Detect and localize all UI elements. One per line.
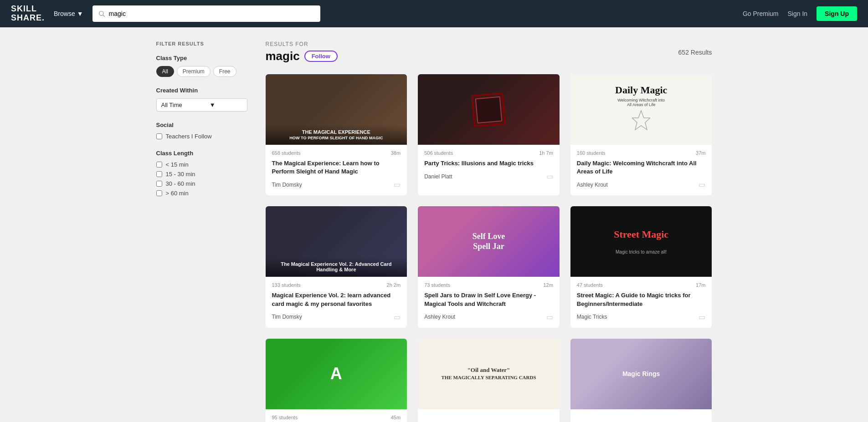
svg-point-0	[99, 11, 103, 15]
course-card-5[interactable]: Self LoveSpell Jar 73 students 12m Spell…	[418, 206, 560, 327]
search-icon	[98, 10, 105, 17]
results-area: RESULTS FOR magic Follow 652 Results THE…	[266, 41, 712, 422]
chevron-down-icon: ▼	[210, 102, 216, 108]
results-header: RESULTS FOR magic Follow 652 Results	[266, 41, 712, 63]
duration-6: 17m	[696, 282, 705, 288]
course-thumb-8: "Oil and Water"THE MAGICALLY SEPARATING …	[418, 339, 560, 409]
thumb-center-8: "Oil and Water"THE MAGICALLY SEPARATING …	[418, 339, 560, 409]
course-meta-3: 160 students 37m	[577, 150, 706, 156]
course-card-8[interactable]: "Oil and Water"THE MAGICALLY SEPARATING …	[418, 339, 560, 422]
class-length-15-30[interactable]: 15 - 30 min	[156, 171, 247, 178]
students-6: 47 students	[577, 282, 603, 288]
course-author-5: Ashley Krout	[424, 314, 455, 320]
filter-results-title: FILTER RESULTS	[156, 41, 247, 46]
course-card-7[interactable]: A 95 students 45m Card Magic Basics John…	[266, 339, 407, 422]
class-length-section: Class Length < 15 min 15 - 30 min 30 - 6…	[156, 150, 247, 197]
course-meta-4: 133 students 2h 2m	[272, 282, 401, 288]
course-title-1: The Magical Experience: Learn how to Per…	[272, 159, 401, 176]
thumb-center-6: Street Magic Magic tricks to amaze all!	[570, 206, 712, 277]
sign-in-button[interactable]: Sign In	[788, 10, 808, 17]
course-card-3[interactable]: Daily Magic Welcoming Witchcraft intoAll…	[570, 74, 712, 195]
class-length-30-60[interactable]: 30 - 60 min	[156, 180, 247, 187]
course-meta-1: 658 students 38m	[272, 150, 401, 156]
course-author-6: Magic Tricks	[577, 314, 607, 320]
social-section: Social Teachers I Follow	[156, 122, 247, 140]
course-thumb-3: Daily Magic Welcoming Witchcraft intoAll…	[570, 74, 712, 145]
created-within-section: Created Within All Time ▼	[156, 87, 247, 112]
results-for-label: RESULTS FOR	[266, 41, 338, 47]
course-author-2: Daniel Platt	[424, 173, 452, 180]
logo[interactable]: SKILL SHARE.	[11, 5, 45, 23]
class-type-free-button[interactable]: Free	[213, 66, 236, 77]
course-author-4: Tim Domsky	[272, 314, 302, 320]
course-info-4: 133 students 2h 2m Magical Experience Vo…	[266, 277, 407, 327]
students-7: 95 students	[272, 415, 298, 420]
svg-marker-2	[632, 111, 650, 130]
search-input[interactable]: magic	[109, 10, 315, 17]
bookmark-icon-2[interactable]: ▭	[546, 172, 553, 181]
teachers-follow-checkbox[interactable]	[156, 133, 162, 139]
sidebar: FILTER RESULTS Class Type All Premium Fr…	[156, 41, 247, 422]
navbar: SKILL SHARE. Browse ▼ magic Go Premium S…	[0, 0, 868, 27]
thumb-center-9: Magic Rings	[570, 339, 712, 409]
street-magic-sub: Magic tricks to amaze all!	[616, 249, 667, 254]
sign-up-button[interactable]: Sign Up	[817, 6, 857, 21]
thumb-center-3: Daily Magic Welcoming Witchcraft intoAll…	[570, 74, 712, 145]
15-30-checkbox[interactable]	[156, 171, 162, 177]
browse-button[interactable]: Browse ▼	[54, 10, 83, 17]
thumb-center-7: A	[266, 339, 407, 409]
results-count: 652 Results	[678, 49, 712, 56]
duration-7: 45m	[391, 415, 401, 420]
created-within-select[interactable]: All Time ▼	[156, 98, 247, 112]
30-60-checkbox[interactable]	[156, 181, 162, 187]
course-card-9[interactable]: Magic Rings	[570, 339, 712, 422]
course-card-6[interactable]: Street Magic Magic tricks to amaze all! …	[570, 206, 712, 327]
course-meta-6: 47 students 17m	[577, 282, 706, 288]
duration-2: 1h 7m	[539, 150, 553, 156]
go-premium-button[interactable]: Go Premium	[743, 10, 779, 17]
course-thumb-2	[418, 74, 560, 145]
thumb-center-5: Self LoveSpell Jar	[418, 206, 560, 277]
class-type-title: Class Type	[156, 55, 247, 61]
class-length-lt15[interactable]: < 15 min	[156, 161, 247, 168]
course-info-5: 73 students 12m Spell Jars to Draw in Se…	[418, 277, 560, 327]
thumb-overlay-1: THE MAGICAL EXPERIENCEHOW TO PERFORM SLE…	[266, 125, 407, 145]
teachers-follow-label[interactable]: Teachers I Follow	[156, 133, 247, 140]
course-footer-4: Tim Domsky ▭	[272, 313, 401, 321]
results-query-block: RESULTS FOR magic Follow	[266, 41, 338, 63]
duration-5: 12m	[543, 282, 553, 288]
class-type-all-button[interactable]: All	[156, 66, 174, 77]
class-type-premium-button[interactable]: Premium	[177, 66, 211, 77]
oil-water-text: "Oil and Water"THE MAGICALLY SEPARATING …	[441, 366, 536, 381]
follow-button[interactable]: Follow	[304, 51, 338, 62]
thumb-overlay-4: The Magical Experience Vol. 2: Advanced …	[266, 257, 407, 277]
bookmark-icon-4[interactable]: ▭	[394, 313, 401, 321]
bookmark-icon-5[interactable]: ▭	[546, 313, 553, 321]
bookmark-icon-3[interactable]: ▭	[699, 180, 705, 189]
course-title-3: Daily Magic: Welcoming Witchcraft into A…	[577, 159, 706, 176]
course-card-4[interactable]: The Magical Experience Vol. 2: Advanced …	[266, 206, 407, 327]
course-author-1: Tim Domsky	[272, 182, 302, 188]
course-card-2[interactable]: 506 students 1h 7m Party Tricks: Illusio…	[418, 74, 560, 195]
course-thumb-1: THE MAGICAL EXPERIENCEHOW TO PERFORM SLE…	[266, 74, 407, 145]
course-info-7: 95 students 45m Card Magic Basics John S…	[266, 409, 407, 422]
gt60-checkbox[interactable]	[156, 190, 162, 196]
course-thumb-6: Street Magic Magic tricks to amaze all!	[570, 206, 712, 277]
bookmark-icon-6[interactable]: ▭	[699, 313, 705, 321]
bookmark-icon-1[interactable]: ▭	[394, 180, 401, 189]
class-type-buttons: All Premium Free	[156, 66, 247, 77]
course-footer-3: Ashley Krout ▭	[577, 180, 706, 189]
course-info-2: 506 students 1h 7m Party Tricks: Illusio…	[418, 145, 560, 187]
course-title-2: Party Tricks: Illusions and Magic tricks	[424, 159, 553, 168]
course-thumb-5: Self LoveSpell Jar	[418, 206, 560, 277]
course-footer-2: Daniel Platt ▭	[424, 172, 553, 181]
students-4: 133 students	[272, 282, 301, 288]
daily-magic-title: Daily Magic	[615, 85, 667, 96]
students-3: 160 students	[577, 150, 606, 156]
lt15-checkbox[interactable]	[156, 162, 162, 168]
class-length-gt60[interactable]: > 60 min	[156, 190, 247, 197]
course-card-1[interactable]: THE MAGICAL EXPERIENCEHOW TO PERFORM SLE…	[266, 74, 407, 195]
results-query-text: magic	[266, 49, 300, 63]
course-title-6: Street Magic: A Guide to Magic tricks fo…	[577, 291, 706, 308]
courses-grid: THE MAGICAL EXPERIENCEHOW TO PERFORM SLE…	[266, 74, 712, 422]
